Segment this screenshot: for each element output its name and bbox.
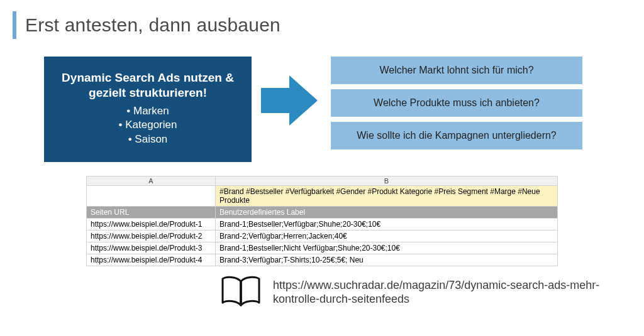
- arrow-cell: [252, 57, 327, 126]
- table-column-headers: A B: [87, 176, 558, 186]
- tag-row-tags: #Brand #Bestseller #Verfügbarkeit #Gende…: [216, 186, 558, 207]
- cell-url: https://www.beispiel.de/Produkt-1: [87, 219, 216, 230]
- dsa-bullet-list: Marken Kategorien Saison: [55, 104, 240, 148]
- cell-url: https://www.beispiel.de/Produkt-4: [87, 254, 216, 266]
- table-row: https://www.beispiel.de/Produkt-3 Brand-…: [87, 242, 558, 254]
- label-row: Seiten URL Benutzerdefiniertes Label: [87, 207, 558, 219]
- book-icon: [220, 275, 262, 309]
- question-box: Welche Produkte muss ich anbieten?: [331, 89, 582, 117]
- footer-link-text: https://www.suchradar.de/magazin/73/dyna…: [273, 278, 625, 306]
- slide-title-wrap: Erst antesten, dann ausbauen: [0, 0, 644, 39]
- dsa-box: Dynamic Search Ads nutzen & gezielt stru…: [44, 57, 252, 162]
- slide-title: Erst antesten, dann ausbauen: [25, 14, 280, 36]
- table-row: https://www.beispiel.de/Produkt-2 Brand-…: [87, 230, 558, 242]
- spreadsheet-table: A B #Brand #Bestseller #Verfügbarkeit #G…: [86, 176, 558, 266]
- dsa-bullet: Kategorien: [55, 118, 240, 133]
- tag-row-empty-a: [87, 186, 216, 207]
- svg-marker-0: [261, 75, 318, 126]
- tag-row: #Brand #Bestseller #Verfügbarkeit #Gende…: [87, 186, 558, 207]
- header-custom-label: Benutzerdefiniertes Label: [216, 207, 558, 219]
- header-seiten-url: Seiten URL: [87, 207, 216, 219]
- cell-url: https://www.beispiel.de/Produkt-3: [87, 242, 216, 254]
- col-header-a: A: [87, 176, 216, 186]
- questions-column: Welcher Markt lohnt sich für mich? Welch…: [331, 57, 582, 149]
- dsa-bullet: Saison: [55, 133, 240, 147]
- dsa-bullet: Marken: [55, 104, 240, 119]
- cell-url: https://www.beispiel.de/Produkt-2: [87, 230, 216, 242]
- cell-label: Brand-1;Bestseller;Nicht Verfügbar;Shuhe…: [216, 242, 558, 254]
- col-header-b: B: [216, 176, 558, 186]
- top-row: Dynamic Search Ads nutzen & gezielt stru…: [0, 39, 644, 162]
- dsa-heading: Dynamic Search Ads nutzen & gezielt stru…: [55, 70, 240, 100]
- footer: https://www.suchradar.de/magazin/73/dyna…: [0, 266, 644, 309]
- question-box: Wie sollte ich die Kampagnen untergliede…: [331, 122, 582, 149]
- cell-label: Brand-2;Verfügbar;Herren;Jacken;40€: [216, 230, 558, 242]
- arrow-right-icon: [261, 75, 318, 126]
- cell-label: Brand-1;Bestseller;Verfügbar;Shuhe;20-30…: [216, 219, 558, 230]
- table-row: https://www.beispiel.de/Produkt-1 Brand-…: [87, 219, 558, 230]
- question-box: Welcher Markt lohnt sich für mich?: [331, 57, 582, 84]
- cell-label: Brand-3;Verfügbar;T-Shirts;10-25€;5€; Ne…: [216, 254, 558, 266]
- title-accent-bar: [13, 11, 16, 39]
- table-row: https://www.beispiel.de/Produkt-4 Brand-…: [87, 254, 558, 266]
